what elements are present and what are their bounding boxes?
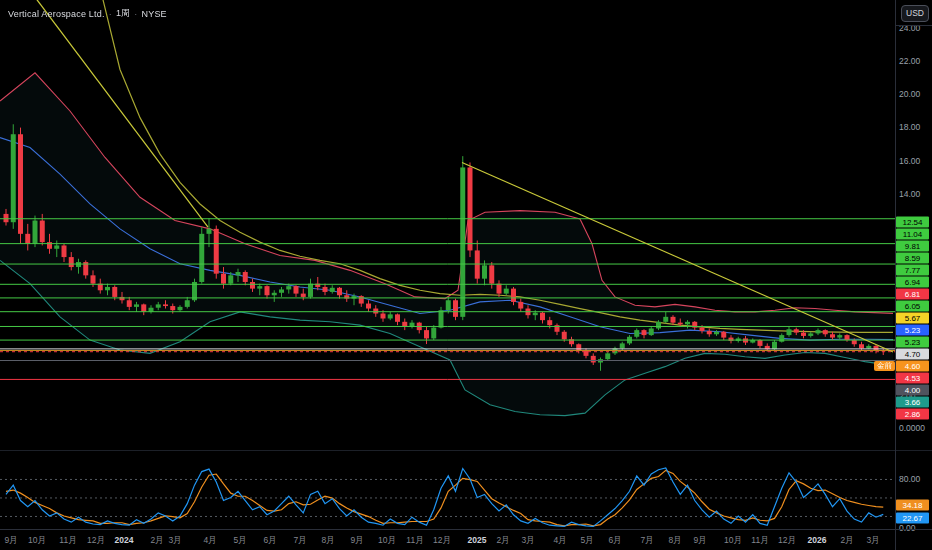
time-label-month: 6月 <box>608 535 621 547</box>
time-label-month: 12月 <box>778 535 796 547</box>
time-label-month: 9月 <box>4 535 17 547</box>
price-tick: 0.0000 <box>899 423 925 433</box>
price-scale-label[interactable]: 5.23 <box>896 337 929 348</box>
price-scale-label[interactable]: 4.00 <box>896 385 929 396</box>
price-scale-label[interactable]: 4.60 <box>896 361 929 372</box>
time-label-month: 3月 <box>866 535 879 547</box>
time-label-month: 2月 <box>150 535 163 547</box>
price-tick: 18.00 <box>899 122 920 132</box>
chart-legend: Vertical Aerospace Ltd.·1周·NYSE <box>8 7 167 20</box>
price-scale-label[interactable]: 5.67 <box>896 313 929 324</box>
time-label-month: 9月 <box>693 535 706 547</box>
time-label-month: 10月 <box>724 535 742 547</box>
price-scale-label[interactable]: 12.54 <box>896 217 929 228</box>
usd-separator <box>895 25 932 26</box>
time-label-month: 11月 <box>406 535 423 547</box>
price-scale-label[interactable]: 6.05 <box>896 301 929 312</box>
time-label-month: 10月 <box>28 535 46 547</box>
time-label-month: 12月 <box>433 535 451 547</box>
price-tick: 0.00 <box>899 523 916 533</box>
time-label-month: 4月 <box>553 535 566 547</box>
time-axis-separator <box>0 529 932 530</box>
time-label-month: 10月 <box>378 535 396 547</box>
chart-app: Vertical Aerospace Ltd.·1周·NYSE USD 金前 2… <box>0 0 932 550</box>
price-scale-label[interactable]: 4.70 <box>896 349 929 360</box>
time-label-month: 12月 <box>87 535 105 547</box>
price-tick: 14.00 <box>899 189 920 199</box>
time-label-month: 9月 <box>350 535 363 547</box>
legend-separator: · <box>109 9 112 19</box>
time-label-month: 4月 <box>203 535 216 547</box>
currency-toggle-button[interactable]: USD <box>901 5 929 22</box>
time-label-year: 2026 <box>808 535 827 545</box>
price-scale-label[interactable]: 2.86 <box>896 409 929 420</box>
symbol-title[interactable]: Vertical Aerospace Ltd. <box>8 9 105 19</box>
time-label-month: 11月 <box>59 535 76 547</box>
time-label-month: 7月 <box>640 535 653 547</box>
price-scale-label[interactable]: 7.77 <box>896 265 929 276</box>
price-tick: 20.00 <box>899 89 920 99</box>
price-scale-label[interactable]: 11.04 <box>896 229 929 240</box>
time-label-month: 5月 <box>233 535 246 547</box>
price-scale-label[interactable]: 6.94 <box>896 277 929 288</box>
drawn-line-tag[interactable]: 金前 <box>874 361 895 371</box>
time-label-month: 5月 <box>580 535 593 547</box>
time-label-month: 8月 <box>321 535 334 547</box>
time-label-month: 7月 <box>293 535 306 547</box>
price-tick: 80.00 <box>899 474 920 484</box>
price-tick: 16.00 <box>899 156 920 166</box>
panel-separator[interactable] <box>0 450 932 451</box>
time-label-year: 2024 <box>115 535 134 545</box>
legend-separator: · <box>134 9 137 19</box>
time-label-month: 8月 <box>668 535 681 547</box>
time-label-month: 3月 <box>168 535 181 547</box>
time-label-month: 11月 <box>751 535 768 547</box>
price-scale-label[interactable]: 3.66 <box>896 397 929 408</box>
time-label-month: 2月 <box>840 535 853 547</box>
price-scale-label[interactable]: 22.67 <box>896 513 929 524</box>
interval-label[interactable]: 1周 <box>116 8 130 18</box>
price-scale-label[interactable]: 9.81 <box>896 241 929 252</box>
time-label-month: 2月 <box>496 535 509 547</box>
time-label-month: 3月 <box>521 535 534 547</box>
price-scale-label[interactable]: 8.59 <box>896 253 929 264</box>
exchange-label[interactable]: NYSE <box>141 9 166 19</box>
price-scale-label[interactable]: 6.81 <box>896 289 929 300</box>
price-scale-label[interactable]: 5.23 <box>896 325 929 336</box>
price-tick: 22.00 <box>899 56 920 66</box>
price-scale-label[interactable]: 4.53 <box>896 373 929 384</box>
time-label-month: 6月 <box>263 535 276 547</box>
price-scale-label[interactable]: 34.18 <box>896 500 929 511</box>
time-label-year: 2025 <box>468 535 487 545</box>
